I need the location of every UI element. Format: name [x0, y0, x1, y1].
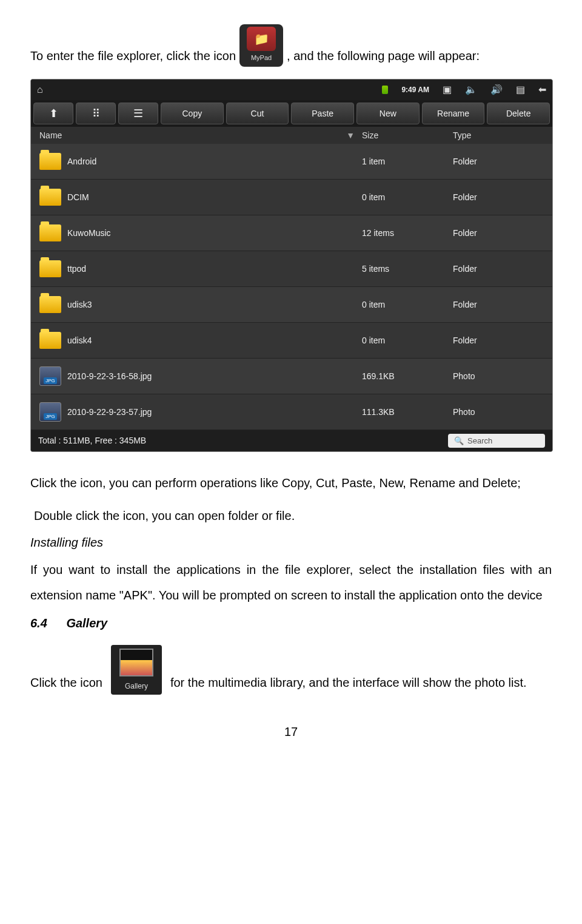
file-size: 5 items [362, 264, 453, 274]
search-input[interactable]: 🔍 Search [448, 434, 545, 448]
gallery-after: for the multimedia library, and the inte… [170, 670, 552, 695]
gallery-picture-icon [119, 649, 153, 676]
gallery-label: Gallery [125, 679, 148, 693]
gallery-line: Click the icon Gallery for the multimedi… [30, 645, 552, 695]
paragraph-1: Click the icon, you can perform operatio… [30, 470, 552, 496]
window-icon[interactable]: ▤ [516, 84, 525, 95]
table-row[interactable]: KuwoMusic12 itemsFolder [31, 215, 552, 251]
file-name: KuwoMusic [67, 228, 111, 238]
mypad-label: MyPad [251, 52, 272, 64]
col-size[interactable]: Size [362, 130, 453, 140]
intro-after: , and the following page will appear: [287, 45, 480, 67]
folder-icon [39, 153, 61, 170]
file-name: udisk3 [67, 300, 92, 309]
list-view-button[interactable]: ☰ [118, 103, 158, 124]
table-row[interactable]: Android1 itemFolder [31, 144, 552, 180]
table-row[interactable]: ttpod5 itemsFolder [31, 251, 552, 287]
file-size: 1 item [362, 157, 453, 166]
cut-button[interactable]: Cut [226, 103, 289, 124]
home-icon[interactable]: ⌂ [37, 84, 43, 95]
grid-view-button[interactable]: ⠿ [76, 103, 116, 124]
paragraph-3: If you want to install the applications … [30, 557, 552, 608]
folder-icon [39, 296, 61, 313]
file-list: Android1 itemFolderDCIM0 itemFolderKuwoM… [31, 144, 552, 430]
file-name: udisk4 [67, 336, 92, 345]
folder-icon [39, 224, 61, 241]
file-size: 169.1KB [362, 371, 453, 381]
file-name: 2010-9-22-3-16-58.jpg [67, 371, 152, 381]
status-bar: ⌂ 9:49 AM ▣ 🔈 🔊 ▤ ⬅ [31, 79, 552, 100]
table-row[interactable]: JPG2010-9-22-3-16-58.jpg169.1KBPhoto [31, 359, 552, 394]
file-type: Photo [453, 371, 544, 381]
folder-icon [39, 332, 61, 349]
file-type: Folder [453, 336, 544, 345]
new-button[interactable]: New [356, 103, 420, 124]
volume-high-icon[interactable]: 🔊 [490, 84, 503, 95]
back-arrow-icon[interactable]: ⬅ [538, 84, 546, 95]
file-type: Folder [453, 157, 544, 166]
volume-low-icon[interactable]: 🔈 [465, 84, 477, 95]
mypad-folder-icon: 📁 [247, 27, 276, 51]
gallery-icon: Gallery [111, 645, 162, 695]
battery-icon [382, 86, 388, 94]
intro-line: To enter the file explorer, click the ic… [30, 24, 552, 67]
paste-button[interactable]: Paste [291, 103, 354, 124]
gallery-before: Click the icon [30, 670, 102, 695]
photo-icon: JPG [39, 402, 61, 422]
clock: 9:49 AM [401, 86, 429, 94]
file-size: 0 item [362, 300, 453, 309]
section-heading: 6.4 Gallery [30, 616, 552, 630]
file-size: 111.3KB [362, 407, 453, 417]
storage-info: Total : 511MB, Free : 345MB [38, 436, 146, 445]
file-name: ttpod [67, 264, 86, 274]
file-type: Folder [453, 264, 544, 274]
file-size: 0 item [362, 336, 453, 345]
bottom-bar: Total : 511MB, Free : 345MB 🔍 Search [31, 430, 552, 451]
search-placeholder: Search [467, 436, 492, 445]
folder-icon [39, 260, 61, 277]
section-title: Gallery [66, 616, 107, 630]
table-row[interactable]: udisk30 itemFolder [31, 287, 552, 323]
file-type: Folder [453, 192, 544, 202]
toolbar: ⬆ ⠿ ☰ Copy Cut Paste New Rename Delete [31, 100, 552, 127]
column-headers: Name ▼ Size Type [31, 127, 552, 144]
section-number: 6.4 [30, 616, 47, 630]
file-name: 2010-9-22-9-23-57.jpg [67, 407, 152, 417]
delete-button[interactable]: Delete [487, 103, 550, 124]
intro-before: To enter the file explorer, click the ic… [30, 45, 236, 67]
paragraph-2: Double click the icon, you can open fold… [30, 503, 552, 528]
file-name: Android [67, 157, 96, 166]
page-number: 17 [30, 725, 552, 739]
file-size: 0 item [362, 192, 453, 202]
sort-indicator-icon[interactable]: ▼ [346, 130, 355, 140]
file-type: Photo [453, 407, 544, 417]
search-icon: 🔍 [454, 436, 464, 445]
col-name[interactable]: Name [39, 130, 62, 140]
file-size: 12 items [362, 228, 453, 238]
file-type: Folder [453, 300, 544, 309]
heading-installing: Installing files [30, 536, 552, 550]
camera-icon[interactable]: ▣ [443, 84, 452, 95]
file-type: Folder [453, 228, 544, 238]
mypad-icon: 📁 MyPad [239, 24, 283, 67]
col-type[interactable]: Type [453, 130, 544, 140]
photo-icon: JPG [39, 366, 61, 386]
copy-button[interactable]: Copy [161, 103, 224, 124]
table-row[interactable]: JPG2010-9-22-9-23-57.jpg111.3KBPhoto [31, 394, 552, 430]
up-button[interactable]: ⬆ [33, 103, 73, 124]
rename-button[interactable]: Rename [422, 103, 485, 124]
table-row[interactable]: udisk40 itemFolder [31, 323, 552, 359]
file-explorer-screenshot: ⌂ 9:49 AM ▣ 🔈 🔊 ▤ ⬅ ⬆ ⠿ ☰ Copy Cut Paste… [30, 79, 553, 452]
folder-icon [39, 189, 61, 206]
file-name: DCIM [67, 192, 89, 202]
table-row[interactable]: DCIM0 itemFolder [31, 180, 552, 215]
